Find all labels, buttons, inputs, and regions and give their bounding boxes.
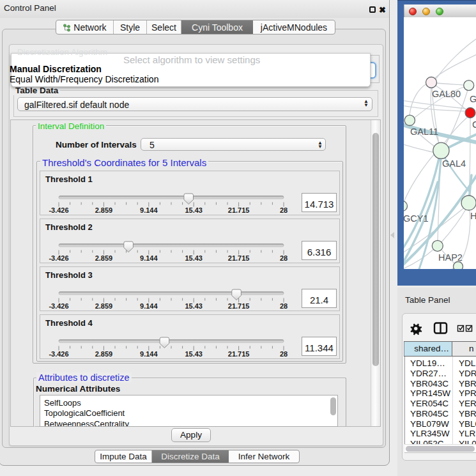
svg-text:21.715: 21.715 [228, 302, 250, 310]
svg-text:GAL11: GAL11 [410, 127, 438, 137]
svg-text:GAL4: GAL4 [442, 158, 466, 169]
svg-text:9.144: 9.144 [140, 254, 158, 262]
svg-text:-3.426: -3.426 [49, 206, 68, 214]
svg-text:21.715: 21.715 [228, 254, 250, 262]
svg-text:9.144: 9.144 [140, 206, 158, 214]
svg-text:2.859: 2.859 [95, 350, 113, 358]
svg-text:28: 28 [280, 350, 288, 358]
svg-text:2.859: 2.859 [95, 206, 113, 214]
svg-text:15.43: 15.43 [185, 350, 203, 358]
svg-text:GAL80: GAL80 [432, 89, 461, 99]
svg-text:HAP2: HAP2 [438, 252, 463, 263]
svg-text:-3.426: -3.426 [49, 350, 68, 358]
svg-text:9.144: 9.144 [140, 350, 158, 358]
svg-text:9.144: 9.144 [140, 302, 158, 310]
svg-text:2.859: 2.859 [95, 302, 113, 310]
svg-text:-3.426: -3.426 [49, 302, 68, 310]
svg-text:GCY1: GCY1 [404, 213, 429, 224]
svg-text:CY: CY [472, 119, 476, 130]
svg-text:15.43: 15.43 [185, 302, 203, 310]
svg-text:-3.426: -3.426 [49, 254, 68, 262]
svg-text:21.715: 21.715 [228, 206, 250, 214]
svg-text:GA: GA [470, 94, 476, 104]
svg-text:15.43: 15.43 [185, 206, 203, 214]
svg-text:21.715: 21.715 [228, 350, 250, 358]
svg-text:15.43: 15.43 [185, 254, 203, 262]
svg-text:HA: HA [470, 211, 476, 221]
svg-text:2.859: 2.859 [95, 254, 113, 262]
svg-text:28: 28 [280, 302, 288, 310]
svg-text:28: 28 [280, 254, 288, 262]
svg-text:28: 28 [280, 206, 288, 214]
